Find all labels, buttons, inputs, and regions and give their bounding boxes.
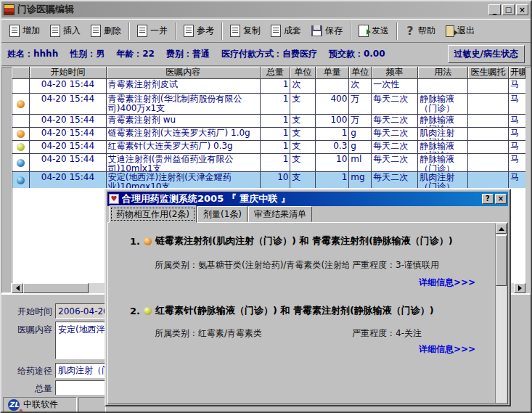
scroll-right-button[interactable] [514, 283, 525, 293]
patient-info-bar: 姓名：hhhh 性别：男 年龄：22 费别：普通 医疗付款方式：自费医疗 预交款… [1, 43, 531, 66]
total-label: 总量 [4, 380, 52, 395]
toolbar-separator [175, 23, 176, 40]
dialog-content: 1. 链霉素注射剂(肌肉注射（门诊）) 和 青霉素注射剂(静脉输液（门诊）) 所… [107, 222, 508, 404]
merge-doc-icon [137, 25, 147, 37]
reference-button[interactable]: 参考 [179, 22, 219, 40]
item-number: 2. [130, 306, 140, 316]
table-row[interactable]: 04-20 15:44 青霉素注射剂 wu 1 支 100 万 每天二次 静脉输… [12, 115, 525, 128]
item-category: 所属类别：红霉素/青霉素类 [155, 327, 262, 340]
patient-payment: 医疗付款方式：自费医疗 [221, 48, 317, 60]
left-arrow-icon [16, 285, 20, 291]
company-name: 中联软件 [23, 398, 58, 411]
tab-review-results[interactable]: 审查结果清单 [248, 206, 312, 222]
reference-doc-icon [184, 25, 194, 37]
delete-button[interactable]: 删除 [86, 22, 126, 40]
vertical-scroll-thumb[interactable] [496, 235, 507, 286]
route-label: 给药途径 [4, 363, 52, 377]
toolbar-separator [396, 23, 398, 40]
severity-ball-icon [144, 307, 152, 315]
drug-monitor-dialog: ♥ 合理用药监测系统2005 『 重庆中联 』 ? × 药物相互作用(2条) 剂… [105, 189, 511, 406]
table-row[interactable]: 04-20 15:44 青霉素注射剂皮试 1 次 次 一次性 马 [12, 79, 525, 94]
copy-doc-icon [230, 25, 240, 37]
close-button[interactable]: × [516, 4, 528, 15]
header-ball [12, 67, 30, 79]
header-order-content: 医嘱内容 [107, 67, 261, 79]
toolbar-separator [350, 23, 351, 40]
item-drug-pair: 链霉素注射剂(肌肉注射（门诊）) 和 青霉素注射剂(静脉输液（门诊）) [155, 234, 453, 248]
send-button[interactable]: 发送 [353, 22, 394, 40]
set-doc-icon [271, 25, 281, 37]
add-doc-icon [9, 25, 20, 37]
table-row[interactable]: 04-20 15:44 红霉素针(大连美罗大药厂) 0.3g 1 支 0.3 g… [12, 141, 525, 154]
tab-drug-interactions[interactable]: 药物相互作用(2条) [109, 205, 197, 223]
main-window: 门诊医嘱编辑 _ □ × 增加 插入 删除 一并 参考 复制 [0, 0, 532, 413]
patient-fee-type: 费别：普通 [166, 48, 210, 60]
item-category: 所属类别：氨基糖苷类(注射给药)/青霉素类(注射给药 [155, 259, 349, 271]
dialog-vertical-scrollbar[interactable] [495, 224, 507, 403]
status-ball [17, 176, 25, 184]
table-row[interactable]: 04-20 15:44 链霉素注射剂(大连美罗大药厂) 1.0g 1 支 1 g… [12, 128, 525, 141]
order-content-label: 医嘱内容 [4, 322, 52, 336]
tab-dosage[interactable]: 剂量(1条) [197, 206, 247, 222]
status-panel [78, 397, 106, 412]
patient-name: 姓名：hhhh [7, 48, 58, 60]
status-ball [17, 100, 25, 108]
item-severity: 严重程度：3-谨慎联用 [352, 259, 439, 271]
window-titlebar: 门诊医嘱编辑 _ □ × [1, 1, 531, 17]
header-start-time: 开始时间 [30, 67, 107, 79]
left-scrollbar-strip[interactable] [1, 67, 12, 293]
dialog-help-button[interactable]: ? [482, 194, 494, 204]
help-button[interactable]: ? 帮助 [400, 21, 441, 41]
table-row[interactable]: 04-20 15:44 艾迪注射剂(贵州益佰药业有限公司)10mlx1支 1 支… [12, 154, 525, 172]
delete-doc-icon [91, 25, 101, 37]
status-ball [17, 130, 25, 138]
window-title: 门诊医嘱编辑 [17, 3, 487, 16]
status-ball [17, 143, 25, 151]
start-time-label: 开始时间 [4, 303, 52, 318]
header-total: 总量 [261, 67, 291, 79]
scroll-left-button[interactable] [12, 283, 23, 293]
patient-age: 年龄：22 [116, 48, 155, 60]
table-row-selected[interactable]: 04-20 15:44 安定(地西泮)注射剂(天津金耀药业)10mgx10支 1… [12, 172, 525, 189]
detail-info-link[interactable]: 详细信息>>> [419, 277, 475, 289]
allergy-history-button[interactable]: 过敏史/病生状态 [448, 45, 525, 63]
dialog-close-button[interactable]: × [495, 194, 507, 204]
table-row[interactable]: 04-20 15:44 青霉素注射剂(华北制药股份有限公司)400万x1支 1 … [12, 94, 525, 115]
interaction-item-title: 2. 红霉素针(静脉输液（门诊）) 和 青霉素注射剂(静脉输液（门诊）) [130, 304, 434, 317]
save-floppy-icon [311, 25, 322, 36]
scroll-up-button[interactable] [496, 224, 507, 234]
dialog-titlebar: ♥ 合理用药监测系统2005 『 重庆中联 』 ? × [107, 192, 508, 206]
detail-info-link[interactable]: 详细信息>>> [419, 343, 475, 356]
exit-button[interactable]: 退出 [441, 22, 480, 40]
dss-heart-icon: ♥ [109, 194, 119, 204]
add-button[interactable]: 增加 [4, 22, 45, 40]
insert-button[interactable]: 插入 [45, 22, 86, 40]
zhonglian-logo-icon: ZL [8, 399, 20, 411]
header-doctor-remark: 医生嘱托 [468, 67, 509, 79]
set-button[interactable]: 成套 [266, 22, 306, 40]
horizontal-scroll-thumb[interactable] [23, 283, 89, 293]
insert-doc-icon [50, 25, 60, 37]
header-unit: 单位 [290, 67, 316, 79]
status-ball [17, 159, 25, 167]
copy-button[interactable]: 复制 [225, 22, 266, 40]
exit-door-icon [446, 25, 454, 37]
item-severity: 严重程度：4-关注 [352, 327, 422, 340]
dialog-tabbar: 药物相互作用(2条) 剂量(1条) 审查结果清单 [107, 206, 508, 222]
dialog-title: 合理用药监测系统2005 『 重庆中联 』 [122, 192, 480, 205]
orders-table: 开始时间 医嘱内容 总量 单位 单量 单位 频率 用法 医生嘱托 开嘱 04-2… [12, 67, 525, 189]
minimize-button[interactable]: _ [488, 4, 501, 15]
header-prescriber: 开嘱 [509, 67, 525, 79]
header-usage: 用法 [418, 67, 468, 79]
toolbar: 增加 插入 删除 一并 参考 复制 成套 保存 [1, 19, 531, 43]
interaction-item-title: 1. 链霉素注射剂(肌肉注射（门诊）) 和 青霉素注射剂(静脉输液（门诊）) [130, 234, 453, 248]
merge-button[interactable]: 一并 [132, 22, 173, 40]
item-drug-pair: 红霉素针(静脉输液（门诊）) 和 青霉素注射剂(静脉输液（门诊）) [155, 304, 434, 317]
patient-deposit: 预交款：0.00 [329, 48, 385, 60]
save-button[interactable]: 保存 [306, 22, 348, 40]
company-panel: ZL 中联软件 [3, 397, 77, 412]
maximize-button[interactable]: □ [502, 4, 515, 15]
send-icon [359, 25, 369, 37]
up-arrow-icon [499, 227, 504, 231]
table-header-row: 开始时间 医嘱内容 总量 单位 单量 单位 频率 用法 医生嘱托 开嘱 [12, 67, 525, 79]
